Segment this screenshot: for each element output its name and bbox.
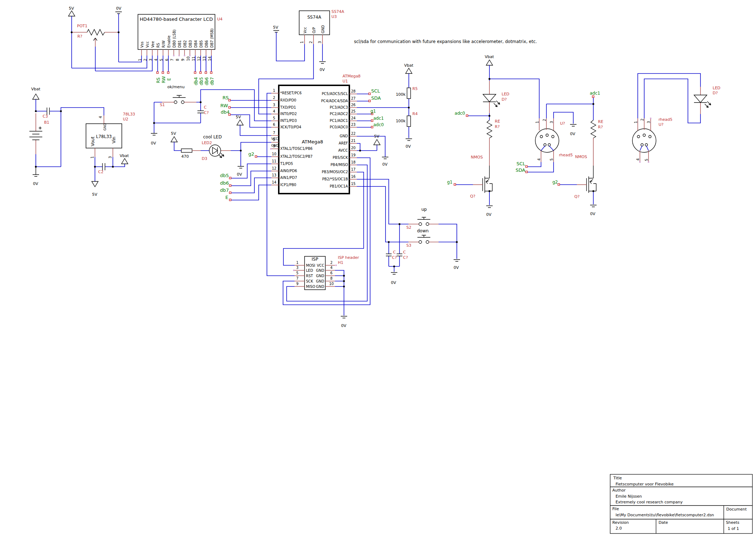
net-label-adc0: adc0: [373, 122, 384, 127]
conn-pin-number: 5: [550, 158, 554, 161]
lcd-pin-number: 3: [149, 59, 153, 61]
ss74a-title: SS74A: [307, 15, 322, 20]
power-label-5v: 5V: [92, 192, 97, 197]
ss74a-pin-name: Vcc: [303, 27, 307, 33]
power-5v-rail-icon: [273, 30, 279, 32]
pushbutton-icon: [417, 235, 430, 237]
value-470: 470: [181, 154, 189, 159]
ground-0v-icon: [570, 124, 576, 126]
isp-pin-number: 9: [296, 282, 298, 286]
net-label-db6: db6: [220, 180, 229, 186]
net-label-g2: g2: [552, 180, 558, 185]
ground-0v-icon: [238, 166, 244, 168]
pushbutton-icon: [417, 217, 430, 219]
value-re: R?: [495, 124, 500, 129]
conn-pin-number: 4: [537, 158, 541, 161]
button-s1-okmenu[interactable]: [151, 95, 204, 135]
button-s2-up[interactable]: [408, 217, 439, 226]
net-label-db4: db4: [193, 77, 198, 85]
connector-rhead5-main[interactable]: [526, 104, 576, 173]
isp-pin-number: 10: [329, 282, 334, 286]
refdes-c: C: [403, 250, 406, 255]
refdes-c3: C3: [43, 114, 48, 119]
titleblock-sheets: 1 of 1: [728, 526, 739, 531]
capacitor-icon: [197, 111, 204, 113]
conn-pin-number: 4: [636, 158, 640, 161]
mcu-pin-number: 19: [351, 153, 356, 157]
mcu-pin-number: 14: [272, 180, 277, 184]
value-r5: 100k: [396, 92, 406, 97]
power-label-5v: 5V: [236, 115, 241, 119]
isp-pin-number: 8: [330, 276, 332, 280]
lcd-pin-name: DB7 (MSB): [210, 28, 214, 48]
lcd-title: HD44780-based Character LCD: [140, 16, 213, 22]
mcu-pin-number: 7: [273, 131, 275, 135]
isp-pin-name: RST: [306, 274, 313, 278]
power-label-0v: 0V: [116, 6, 121, 11]
refdes-atmega8: ATMega8: [343, 74, 360, 79]
mcu-pin-number: 1: [273, 89, 275, 93]
refdes-u: U?: [560, 121, 565, 126]
mcu-pin-name: XTAL1/TOSC1/PB6: [280, 147, 312, 151]
titleblock-author-label: Author: [612, 488, 626, 493]
titleblock-document-label: Document: [726, 507, 747, 512]
refdes-isp-header: ISP header: [338, 255, 359, 260]
titleblock-author: Emile Nijssen: [616, 494, 642, 499]
isp-pin-name: GND: [316, 279, 324, 283]
mcu-pin-name: AVCC: [338, 148, 348, 152]
isp-pin-name: SCK: [306, 279, 313, 283]
mcu-pin-number: 25: [351, 109, 356, 113]
mcu-pin-name: PB1/OC1A: [330, 184, 348, 188]
mcu-pin-number: 21: [351, 139, 356, 143]
resistor-icon: [407, 116, 411, 127]
value-q: Q?: [574, 194, 580, 199]
lcd-pin-name: RS: [156, 43, 160, 48]
mcu-pin-name: XTAL2/TOSC2/PB7: [280, 155, 312, 158]
value-r4: 100k: [396, 119, 406, 123]
net-label-g1: g1: [370, 109, 376, 114]
mcu-pin-name: INT1/PD3: [280, 119, 297, 123]
isp-pin-name: LED: [306, 269, 313, 272]
regulator-l78l33[interactable]: [86, 115, 128, 187]
mcu-pin-name: PC1/ADC1: [330, 119, 348, 123]
titleblock-revision-label: Revision: [612, 520, 629, 525]
refdes-c2: C2: [98, 170, 104, 174]
net-label-adc0: adc0: [455, 111, 465, 116]
mcu-pin-name: AIN0/PD6: [280, 169, 297, 173]
power-vbat-icon: [121, 158, 128, 164]
net-label-db5: db5: [199, 77, 204, 85]
refdes-rhead5: rhead5: [659, 117, 673, 122]
power-label-0v: 0V: [454, 265, 459, 270]
power-label-vbat: Vbat: [120, 153, 129, 158]
refdes-s3: S3: [406, 243, 411, 248]
refdes-h1: H1: [338, 260, 343, 265]
button-caption-down: down: [417, 228, 429, 233]
mcu-pin-name: PB2/*SS/OC1B: [322, 177, 348, 181]
lcd-pin-name: DB0 (LSB): [172, 29, 176, 48]
ground-0v-icon: [391, 272, 397, 274]
titleblock-date-label: Date: [659, 520, 668, 525]
button-s3-down[interactable]: [408, 235, 439, 243]
isp-pin-name: GND: [316, 274, 324, 278]
pushbutton-icon: [173, 95, 186, 98]
led-icon: [694, 95, 707, 103]
schematic-canvas: Title Fietscomputer voor Flevobike Autho…: [0, 0, 756, 536]
lcd-pin-number: 13: [202, 56, 206, 61]
driver-chain-headlight[interactable]: [454, 60, 539, 208]
lcd-pin-name: DB5: [199, 40, 203, 48]
mcu-pin-name: T1/PD5: [280, 162, 293, 166]
refdes-78l33: 78L33: [123, 112, 135, 117]
refdes-r5: R5: [412, 86, 418, 91]
net-label-rw: RW: [220, 103, 228, 108]
mcu-pin-number: 24: [351, 116, 356, 120]
refdes-led2: LED2: [202, 141, 212, 145]
din-connector-icon: [535, 129, 559, 152]
mcu-pin-number: 10: [272, 152, 277, 156]
conn-pin-number: 2: [640, 119, 644, 121]
conn-pin-number: 3: [550, 121, 554, 123]
divider-r5-r4[interactable]: [406, 68, 412, 141]
net-label-g2: g2: [248, 151, 254, 157]
isp-pin-name: GND: [316, 285, 324, 289]
power-5v-icon: [92, 181, 98, 187]
lcd-pin-number: 2: [143, 59, 147, 61]
